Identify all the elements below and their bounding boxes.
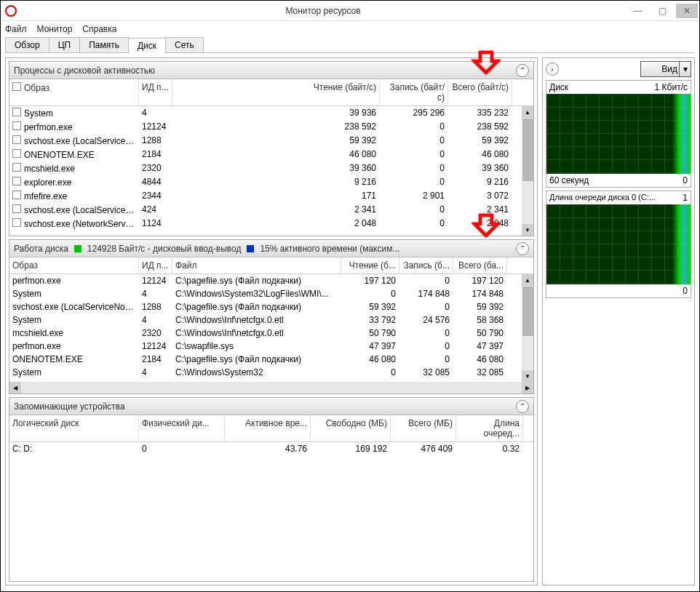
table-cell: 335 232 bbox=[448, 106, 512, 120]
table-cell: 1288 bbox=[139, 300, 172, 313]
checkbox[interactable] bbox=[12, 135, 21, 144]
scrollbar-thumb[interactable] bbox=[522, 119, 534, 181]
table-cell: 12124 bbox=[139, 274, 172, 287]
tab-cpu[interactable]: ЦП bbox=[49, 37, 81, 52]
tab-memory[interactable]: Память bbox=[79, 37, 129, 52]
table-row[interactable]: ONENOTEM.EXE2184C:\pagefile.sys (Файл по… bbox=[9, 353, 533, 366]
table-cell: 24 576 bbox=[399, 313, 453, 327]
menu-file[interactable]: Файл bbox=[5, 24, 27, 34]
table-row[interactable]: C: D:043.76169 192476 4090.32 bbox=[9, 442, 533, 455]
tab-network[interactable]: Сеть bbox=[165, 37, 204, 52]
checkbox[interactable] bbox=[12, 204, 21, 213]
table-row[interactable]: explorer.exe48449 21609 216 bbox=[9, 175, 533, 189]
table-cell: 33 792 bbox=[341, 313, 399, 327]
scroll-right-icon[interactable]: ▶ bbox=[522, 382, 533, 393]
table-cell: 12124 bbox=[139, 340, 172, 353]
column-header[interactable]: Файл bbox=[172, 257, 341, 273]
table-row[interactable]: mcshield.exe232039 360039 360 bbox=[9, 161, 533, 175]
scroll-down-icon[interactable]: ▼ bbox=[522, 224, 533, 236]
checkbox[interactable] bbox=[12, 149, 21, 158]
table-row[interactable]: System439 936295 296335 232 bbox=[9, 106, 533, 120]
table-row[interactable]: perfmon.exe12124C:\pagefile.sys (Файл по… bbox=[9, 274, 533, 287]
table-row[interactable]: System4C:\Windows\System32\LogFiles\WMI\… bbox=[9, 287, 533, 300]
column-header[interactable]: Свободно (МБ) bbox=[311, 415, 391, 441]
table-cell: 4 bbox=[139, 106, 172, 120]
expand-icon[interactable]: › bbox=[546, 63, 559, 76]
view-button[interactable]: Вид ▾ bbox=[640, 61, 691, 77]
column-header[interactable]: Физический ди... bbox=[139, 415, 225, 441]
table-cell: 0 bbox=[399, 274, 453, 287]
column-header[interactable]: ИД п... bbox=[139, 257, 172, 273]
scroll-up-icon[interactable]: ▲ bbox=[522, 274, 533, 286]
scroll-up-icon[interactable]: ▲ bbox=[522, 106, 533, 118]
scrollbar-vertical[interactable]: ▲ ▼ bbox=[522, 106, 533, 236]
column-header[interactable]: Всего (ба... bbox=[453, 257, 507, 273]
column-header[interactable]: Запись (б... bbox=[399, 257, 453, 273]
maximize-button[interactable]: ▢ bbox=[651, 4, 673, 18]
table-row[interactable]: System4C:\Windows\Inf\netcfgx.0.etl33 79… bbox=[9, 313, 533, 327]
table-cell: 424 bbox=[139, 203, 172, 217]
panel-storage-header[interactable]: Запоминающие устройства ⌃ bbox=[9, 398, 533, 415]
column-header[interactable]: Всего (МБ) bbox=[391, 415, 456, 441]
panel-disk-activity: Работа диска 124928 Байт/с - дисковый вв… bbox=[9, 239, 534, 394]
tab-disk[interactable]: Диск bbox=[128, 38, 166, 53]
checkbox[interactable] bbox=[12, 121, 21, 130]
scroll-left-icon[interactable]: ◀ bbox=[9, 382, 21, 393]
table-row[interactable]: svchost.exe (LocalServiceNoNet...1288C:\… bbox=[9, 300, 533, 313]
column-header[interactable]: Активное вре... bbox=[225, 415, 311, 441]
table-cell: 0 bbox=[380, 148, 448, 161]
scrollbar-vertical[interactable]: ▲ ▼ bbox=[522, 274, 533, 382]
checkbox[interactable] bbox=[12, 82, 21, 91]
column-header[interactable]: Чтение (б... bbox=[341, 257, 399, 273]
table-cell: 46 080 bbox=[448, 148, 512, 161]
table-row[interactable]: svchost.exe (LocalServiceNo...128859 392… bbox=[9, 134, 533, 148]
checkbox[interactable] bbox=[12, 163, 21, 172]
column-header[interactable]: Образ bbox=[9, 257, 139, 273]
minimize-button[interactable]: — bbox=[627, 4, 648, 18]
scroll-down-icon[interactable]: ▼ bbox=[522, 370, 533, 382]
column-header[interactable]: Запись (байт/с) bbox=[380, 79, 448, 105]
table-row[interactable]: perfmon.exe12124C:\swapfile.sys47 397047… bbox=[9, 340, 533, 353]
menu-help[interactable]: Справка bbox=[82, 24, 116, 34]
column-header[interactable]: Логический диск bbox=[9, 415, 139, 441]
menu-monitor[interactable]: Монитор bbox=[37, 24, 73, 34]
column-header[interactable]: ИД п... bbox=[139, 79, 172, 105]
checkbox[interactable] bbox=[12, 191, 21, 199]
collapse-icon[interactable]: ⌃ bbox=[516, 64, 529, 77]
checkbox[interactable] bbox=[12, 177, 21, 185]
table-cell: explorer.exe bbox=[9, 175, 139, 189]
checkbox[interactable] bbox=[12, 218, 21, 227]
collapse-icon[interactable]: ⌃ bbox=[516, 242, 529, 255]
close-button[interactable]: ✕ bbox=[676, 4, 698, 18]
panel-disk-title: Работа диска bbox=[14, 244, 68, 254]
table-row[interactable]: mcshield.exe2320C:\Windows\Inf\netcfgx.0… bbox=[9, 327, 533, 340]
table-row[interactable]: ONENOTEM.EXE218446 080046 080 bbox=[9, 148, 533, 161]
checkbox[interactable] bbox=[12, 108, 21, 116]
panel-disk-header[interactable]: Работа диска 124928 Байт/с - дисковый вв… bbox=[9, 240, 533, 257]
scrollbar-thumb[interactable] bbox=[522, 287, 534, 336]
table-row[interactable]: mfefire.exe23441712 9013 072 bbox=[9, 189, 533, 203]
table-cell: 3 072 bbox=[448, 189, 512, 203]
scrollbar-horizontal[interactable]: ◀ ▶ bbox=[9, 382, 533, 393]
table-cell: 2 048 bbox=[172, 217, 380, 231]
table-cell: 174 848 bbox=[453, 287, 507, 300]
table-cell: 0 bbox=[399, 327, 453, 340]
table-cell: 2184 bbox=[139, 353, 172, 366]
table-cell: 47 397 bbox=[453, 340, 507, 353]
table-row[interactable]: System4C:\Windows\System32032 08532 085 bbox=[9, 366, 533, 379]
collapse-icon[interactable]: ⌃ bbox=[516, 400, 529, 413]
table-cell: 59 392 bbox=[172, 134, 380, 148]
tab-overview[interactable]: Обзор bbox=[5, 37, 49, 52]
panel-processes-header[interactable]: Процессы с дисковой активностью ⌃ bbox=[9, 62, 533, 79]
panel-storage: Запоминающие устройства ⌃ Логический дис… bbox=[9, 397, 534, 582]
table-row[interactable]: svchost.exe (LocalServiceNet...4242 3410… bbox=[9, 203, 533, 217]
table-cell: 238 592 bbox=[172, 120, 380, 134]
chevron-down-icon[interactable]: ▾ bbox=[679, 62, 691, 76]
column-header[interactable]: Чтение (байт/с) bbox=[172, 79, 380, 105]
column-header[interactable]: Образ bbox=[9, 79, 139, 105]
graph-queue: Длина очереди диска 0 (C:... 1 0 bbox=[546, 191, 691, 298]
column-header[interactable]: Всего (байт/с) bbox=[448, 79, 512, 105]
column-header[interactable]: Длина очеред... bbox=[456, 415, 523, 441]
table-row[interactable]: svchost.exe (NetworkService)11242 04802 … bbox=[9, 217, 533, 231]
table-row[interactable]: perfmon.exe12124238 5920238 592 bbox=[9, 120, 533, 134]
